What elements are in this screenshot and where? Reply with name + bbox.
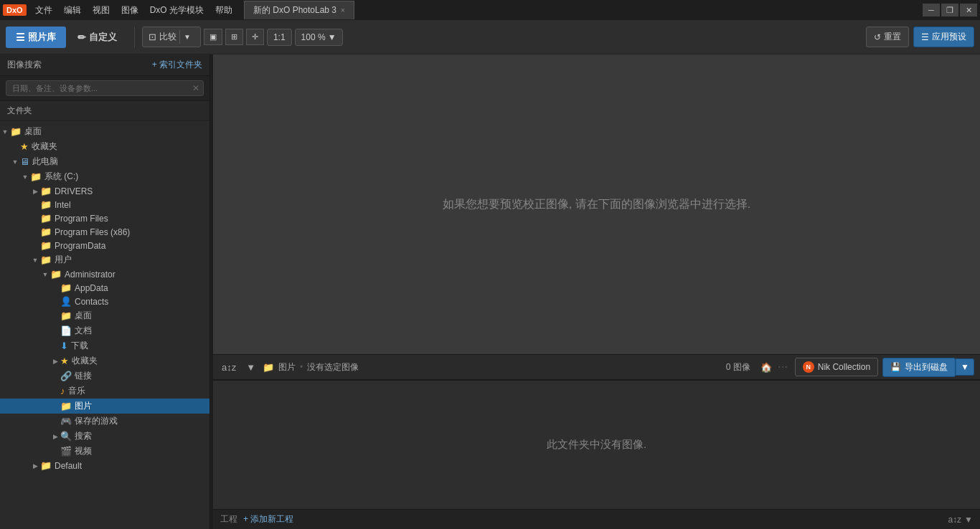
title-bar-left: DxO 文件 编辑 视图 图像 DxO 光学模块 帮助 新的 DxO Photo… <box>3 1 354 19</box>
export-to-disk-button[interactable]: 💾 导出到磁盘 <box>882 358 956 377</box>
tree-item-documents[interactable]: 📄 文档 <box>0 323 209 338</box>
minimize-button[interactable]: ─ <box>923 4 940 16</box>
customize-label: 自定义 <box>89 31 117 44</box>
zoom-value: 100 % <box>301 32 326 42</box>
tree-icon: 📁 <box>40 240 52 251</box>
export-dropdown-button[interactable]: ▼ <box>956 358 974 376</box>
move-tool[interactable]: ✛ <box>246 29 264 45</box>
tree-item-pictures[interactable]: 📁 图片 <box>0 399 209 414</box>
tree-item-administrator[interactable]: 📁 Administrator <box>0 267 209 281</box>
search-bar: ✕ <box>0 76 209 101</box>
file-tree: 📁 桌面 ★ 收藏夹 🖥 此电脑 📁 系统 (C:) 📁 DRIVERS 📁 <box>0 121 209 529</box>
tree-icon: 📁 <box>40 213 52 224</box>
menu-dxo-optics[interactable]: DxO 光学模块 <box>144 1 209 19</box>
tree-item-music[interactable]: ♪ 音乐 <box>0 383 209 399</box>
tree-icon: 📁 <box>60 282 72 293</box>
compare-label: 比较 <box>159 31 176 43</box>
view-single-button[interactable]: ▣ <box>204 29 222 45</box>
nik-logo: N <box>803 361 814 373</box>
tree-label: 搜索 <box>75 430 92 442</box>
sort-button[interactable]: a↕z <box>219 361 239 374</box>
tree-item-users[interactable]: 📁 用户 <box>0 252 209 267</box>
tree-item-favorites[interactable]: ★ 收藏夹 <box>0 139 209 154</box>
compare-icon: ⊡ <box>149 32 156 42</box>
preview-area: 如果您想要预览校正图像, 请在下面的图像浏览器中进行选择. <box>213 54 980 354</box>
add-project-button[interactable]: + 添加新工程 <box>243 513 293 525</box>
compare-button[interactable]: ⊡ 比较 ▼ <box>142 27 201 47</box>
tree-item-desktop2[interactable]: 📁 桌面 <box>0 308 209 323</box>
tree-label: 下载 <box>71 340 88 352</box>
tree-item-searches[interactable]: 🔍 搜索 <box>0 429 209 444</box>
home-icon[interactable]: 🏠 <box>760 362 772 373</box>
status-sort[interactable]: a↕z ▼ <box>948 515 973 525</box>
tree-item-videos[interactable]: 🎬 视频 <box>0 444 209 459</box>
menu-view[interactable]: 视图 <box>87 1 116 19</box>
tree-label: 收藏夹 <box>32 140 57 153</box>
tree-icon: ★ <box>60 356 69 366</box>
search-clear-button[interactable]: ✕ <box>192 83 199 93</box>
tree-icon: 📁 <box>40 460 52 471</box>
tree-item-programdata[interactable]: 📁 ProgramData <box>0 239 209 252</box>
tree-arrow <box>30 188 40 195</box>
tab-close-button[interactable]: × <box>341 6 345 14</box>
tree-item-mypc[interactable]: 🖥 此电脑 <box>0 154 209 169</box>
tree-arrow <box>30 257 40 264</box>
tree-arrow <box>50 358 60 365</box>
main-tab[interactable]: 新的 DxO PhotoLab 3 × <box>244 1 354 19</box>
tree-item-c_drive[interactable]: 📁 系统 (C:) <box>0 169 209 184</box>
nik-collection-button[interactable]: N Nik Collection <box>795 358 878 376</box>
restore-button[interactable]: ❐ <box>941 4 958 16</box>
compare-dropdown-arrow[interactable]: ▼ <box>179 30 194 44</box>
tree-item-program_files[interactable]: 📁 Program Files <box>0 211 209 225</box>
add-index-button[interactable]: + 索引文件夹 <box>152 59 202 71</box>
apply-preset-button[interactable]: ☰ 应用预设 <box>913 27 974 47</box>
image-count: 0 图像 <box>726 361 750 373</box>
tree-label: 收藏夹 <box>72 355 98 367</box>
tree-icon: 🎬 <box>60 446 72 457</box>
tree-item-intel[interactable]: 📁 Intel <box>0 198 209 211</box>
menu-file[interactable]: 文件 <box>29 1 58 19</box>
tree-label: 音乐 <box>68 385 85 397</box>
menu-help[interactable]: 帮助 <box>209 1 238 19</box>
zoom-11-button[interactable]: 1:1 <box>267 29 292 46</box>
tree-item-desktop[interactable]: 📁 桌面 <box>0 124 209 139</box>
tree-item-favorites2[interactable]: ★ 收藏夹 <box>0 353 209 368</box>
tree-icon: 📁 <box>30 171 42 182</box>
tree-label: Contacts <box>75 297 108 307</box>
reset-icon: ↺ <box>874 32 881 42</box>
filter-button[interactable]: ▼ <box>243 361 258 374</box>
sep1: • <box>300 362 303 372</box>
tree-icon: 🔍 <box>60 431 72 442</box>
tree-item-default[interactable]: 📁 Default <box>0 459 209 472</box>
tab-area: 新的 DxO PhotoLab 3 × <box>244 1 354 19</box>
tree-item-links[interactable]: 🔗 链接 <box>0 368 209 383</box>
tree-label: 视频 <box>75 445 92 457</box>
tree-arrow <box>30 462 40 470</box>
tree-item-appdata[interactable]: 📁 AppData <box>0 281 209 295</box>
tree-item-program_files_x86[interactable]: 📁 Program Files (x86) <box>0 225 209 239</box>
tree-label: 系统 (C:) <box>44 171 78 183</box>
photo-library-tab[interactable]: ☰ 照片库 <box>6 27 66 48</box>
folder-section-label: 文件夹 <box>0 101 209 121</box>
sidebar-search-header: 图像搜索 + 索引文件夹 <box>0 54 209 76</box>
tree-item-contacts[interactable]: 👤 Contacts <box>0 295 209 308</box>
reset-label: 重置 <box>884 31 901 43</box>
menu-edit[interactable]: 编辑 <box>58 1 87 19</box>
tree-arrow <box>0 128 10 135</box>
toolbar-right: ↺ 重置 ☰ 应用预设 <box>866 27 974 47</box>
tree-item-saved_games[interactable]: 🎮 保存的游戏 <box>0 414 209 429</box>
tree-item-downloads[interactable]: ⬇ 下载 <box>0 338 209 353</box>
tree-icon: 👤 <box>60 296 72 307</box>
close-button[interactable]: ✕ <box>960 4 977 16</box>
view-grid-button[interactable]: ⊞ <box>225 29 243 45</box>
menu-image[interactable]: 图像 <box>116 1 144 19</box>
customize-icon: ✏ <box>77 32 86 43</box>
tree-item-drivers[interactable]: 📁 DRIVERS <box>0 184 209 198</box>
no-selection-label: 没有选定图像 <box>307 361 359 373</box>
filmstrip-tools: 🏠 ⋯ <box>760 361 791 373</box>
search-input[interactable] <box>6 80 204 96</box>
reset-button[interactable]: ↺ 重置 <box>866 27 909 47</box>
customize-tab[interactable]: ✏ 自定义 <box>67 27 127 48</box>
tree-label: DRIVERS <box>55 186 93 196</box>
zoom-percent[interactable]: 100 % ▼ <box>295 29 343 46</box>
